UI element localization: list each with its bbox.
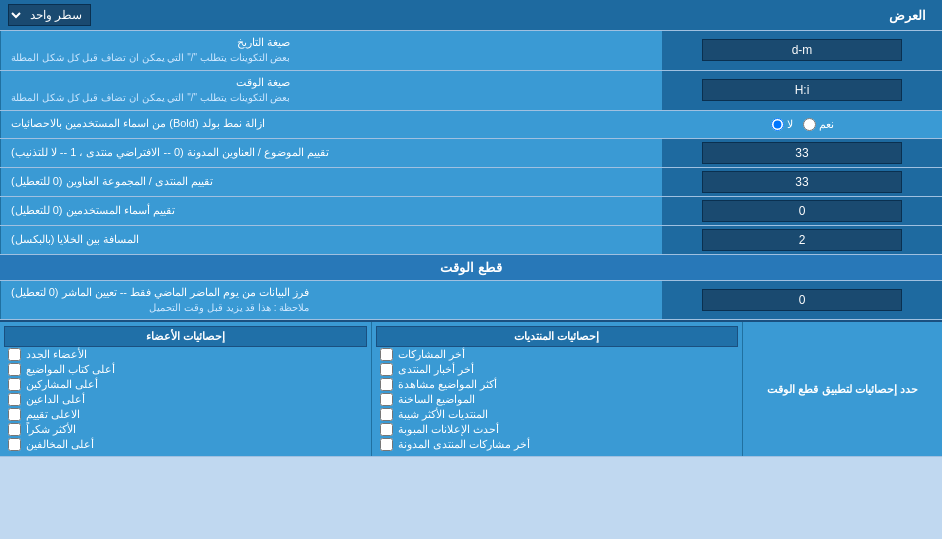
checkbox-new-members: الأعضاء الجدد bbox=[4, 347, 367, 362]
cb-new-members[interactable] bbox=[8, 348, 21, 361]
cb-hot-topics[interactable] bbox=[380, 393, 393, 406]
cb-top-inviters[interactable] bbox=[8, 393, 21, 406]
time-format-input-cell bbox=[662, 71, 942, 110]
checkbox-most-thanked: الأكثر شكراً bbox=[4, 422, 367, 437]
user-names-row: تقييم أسماء المستخدمين (0 للتعطيل) bbox=[0, 197, 942, 226]
time-cut-header: قطع الوقت bbox=[0, 255, 942, 281]
spacing-row: المسافة بين الخلايا (بالبكسل) bbox=[0, 226, 942, 255]
member-stats-col: إحصائيات الأعضاء الأعضاء الجدد أعلى كتاب… bbox=[0, 322, 371, 456]
checkbox-top-violators: أعلى المخالفين bbox=[4, 437, 367, 452]
date-format-label: صيغة التاريخبعض التكوينات يتطلب "/" التي… bbox=[0, 31, 662, 70]
checkbox-forum-news: أخر أخبار المنتدى bbox=[376, 362, 739, 377]
radio-yes[interactable] bbox=[803, 118, 816, 131]
forum-group-titles-row: تقييم المنتدى / المجموعة العناوين (0 للت… bbox=[0, 168, 942, 197]
time-cut-input-cell bbox=[662, 281, 942, 320]
stats-row: حدد إحصائيات لتطبيق قطع الوقت إحصائيات ا… bbox=[0, 320, 942, 457]
spacing-input-cell bbox=[662, 226, 942, 254]
checkbox-most-viewed: أكثر المواضيع مشاهدة bbox=[376, 377, 739, 392]
time-cut-label: فرز البيانات من يوم الماضر الماضي فقط --… bbox=[0, 281, 662, 320]
radio-no-label[interactable]: لا bbox=[771, 118, 793, 131]
forum-titles-input[interactable] bbox=[702, 142, 902, 164]
bold-remove-label: ازالة نمط بولد (Bold) من اسماء المستخدمي… bbox=[0, 111, 662, 138]
forum-stats-header: إحصائيات المنتديات bbox=[376, 326, 739, 347]
cb-top-violators[interactable] bbox=[8, 438, 21, 451]
radio-no[interactable] bbox=[771, 118, 784, 131]
time-cut-input[interactable] bbox=[702, 289, 902, 311]
spacing-label: المسافة بين الخلايا (بالبكسل) bbox=[0, 226, 662, 254]
time-format-row: صيغة الوقتبعض التكوينات يتطلب "/" التي ي… bbox=[0, 71, 942, 111]
spacing-input[interactable] bbox=[702, 229, 902, 251]
checkbox-last-posts: أخر المشاركات bbox=[376, 347, 739, 362]
date-format-input-cell bbox=[662, 31, 942, 70]
checkbox-most-similar: المنتديات الأكثر شيبة bbox=[376, 407, 739, 422]
forum-group-titles-label: تقييم المنتدى / المجموعة العناوين (0 للت… bbox=[0, 168, 662, 196]
checkbox-top-posters: أعلى المشاركين bbox=[4, 377, 367, 392]
user-names-input[interactable] bbox=[702, 200, 902, 222]
forum-stats-col: إحصائيات المنتديات أخر المشاركات أخر أخب… bbox=[371, 322, 743, 456]
checkbox-top-rated: الاعلى تقييم bbox=[4, 407, 367, 422]
cb-last-posts[interactable] bbox=[380, 348, 393, 361]
forum-titles-input-cell bbox=[662, 139, 942, 167]
time-cut-row: فرز البيانات من يوم الماضر الماضي فقط --… bbox=[0, 281, 942, 321]
forum-titles-label: تقييم الموضوع / العناوين المدونة (0 -- ا… bbox=[0, 139, 662, 167]
member-stats-header: إحصائيات الأعضاء bbox=[4, 326, 367, 347]
forum-titles-row: تقييم الموضوع / العناوين المدونة (0 -- ا… bbox=[0, 139, 942, 168]
cb-forum-news[interactable] bbox=[380, 363, 393, 376]
header-title: العرض bbox=[91, 8, 934, 23]
time-cut-title: قطع الوقت bbox=[440, 260, 502, 275]
top-header-row: العرض سطر واحد سطران ثلاثة أسطر bbox=[0, 0, 942, 31]
user-names-input-cell bbox=[662, 197, 942, 225]
date-format-row: صيغة التاريخبعض التكوينات يتطلب "/" التي… bbox=[0, 31, 942, 71]
user-names-label: تقييم أسماء المستخدمين (0 للتعطيل) bbox=[0, 197, 662, 225]
forum-group-titles-input[interactable] bbox=[702, 171, 902, 193]
checkbox-latest-ads: أحدث الإعلانات المبوبة bbox=[376, 422, 739, 437]
time-format-label: صيغة الوقتبعض التكوينات يتطلب "/" التي ي… bbox=[0, 71, 662, 110]
stats-label: حدد إحصائيات لتطبيق قطع الوقت bbox=[742, 322, 942, 456]
cb-most-viewed[interactable] bbox=[380, 378, 393, 391]
checkbox-hot-topics: المواضيع الساخنة bbox=[376, 392, 739, 407]
cb-top-posters[interactable] bbox=[8, 378, 21, 391]
bold-remove-radio-cell: نعم لا bbox=[662, 111, 942, 138]
date-format-input[interactable] bbox=[702, 39, 902, 61]
cb-latest-ads[interactable] bbox=[380, 423, 393, 436]
checkbox-top-writers: أعلى كتاب المواضيع bbox=[4, 362, 367, 377]
cb-top-writers[interactable] bbox=[8, 363, 21, 376]
cb-last-forum-posts[interactable] bbox=[380, 438, 393, 451]
forum-group-titles-input-cell bbox=[662, 168, 942, 196]
cb-top-rated[interactable] bbox=[8, 408, 21, 421]
radio-yes-label[interactable]: نعم bbox=[803, 118, 834, 131]
cb-most-thanked[interactable] bbox=[8, 423, 21, 436]
time-format-input[interactable] bbox=[702, 79, 902, 101]
bold-remove-row: نعم لا ازالة نمط بولد (Bold) من اسماء ال… bbox=[0, 111, 942, 139]
cb-most-similar[interactable] bbox=[380, 408, 393, 421]
checkbox-last-forum-posts: أخر مشاركات المنتدى المدونة bbox=[376, 437, 739, 452]
display-select[interactable]: سطر واحد سطران ثلاثة أسطر bbox=[8, 4, 91, 26]
checkbox-top-inviters: أعلى الداعين bbox=[4, 392, 367, 407]
